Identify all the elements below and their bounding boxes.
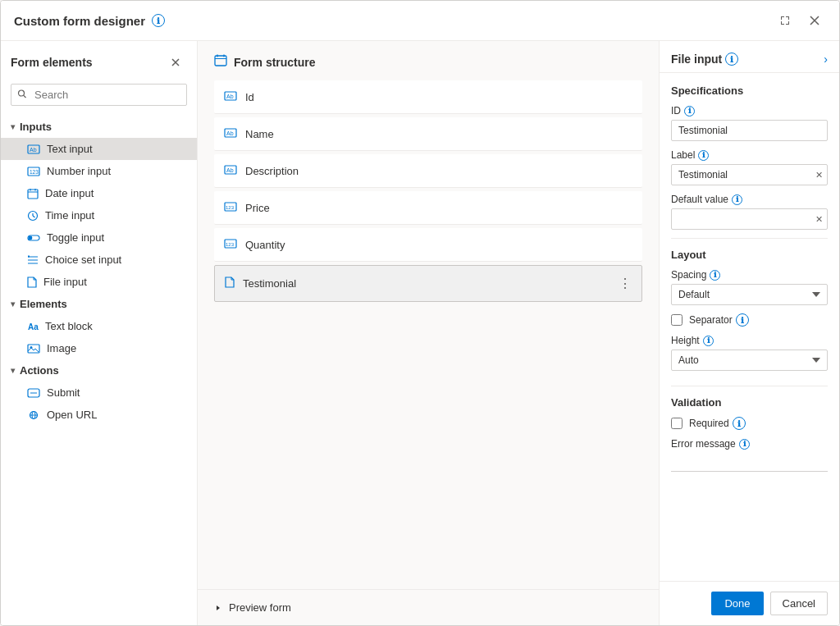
title-info-icon[interactable]: ℹ (152, 14, 165, 27)
svg-line-12 (33, 216, 35, 217)
expand-button[interactable] (774, 9, 797, 32)
actions-section-header[interactable]: ▾ Actions (1, 359, 197, 382)
cancel-button[interactable]: Cancel (770, 592, 828, 615)
text-input-label: Text input (47, 143, 93, 155)
inputs-section-header[interactable]: ▾ Inputs (1, 116, 197, 138)
svg-rect-27 (215, 56, 226, 66)
specs-body: Specifications ID ℹ Label ℹ ✕ Default va… (660, 73, 839, 581)
error-message-info-icon[interactable]: ℹ (739, 439, 750, 450)
form-field-id[interactable]: Ab Id (214, 80, 642, 114)
field-description-name: Description (245, 165, 632, 177)
separator-info-icon[interactable]: ℹ (736, 313, 749, 327)
required-checkbox[interactable] (671, 418, 682, 429)
actions-section-label: Actions (20, 364, 59, 377)
spacing-select[interactable]: Default None Small Medium Large Extra La… (671, 284, 828, 305)
error-message-label: Error message ℹ (671, 438, 828, 450)
right-panel-header: File input ℹ › (660, 41, 839, 73)
file-input-info-icon[interactable]: ℹ (725, 53, 738, 66)
time-input-label: Time input (45, 209, 94, 222)
right-panel-footer: Done Cancel (660, 581, 839, 625)
preview-form-label: Preview form (229, 601, 291, 614)
form-field-quantity[interactable]: 123 Quantity (214, 228, 642, 262)
id-info-icon[interactable]: ℹ (684, 106, 695, 117)
label-clear-icon[interactable]: ✕ (815, 170, 823, 180)
required-row: Required ℹ (671, 417, 828, 430)
text-block-icon: Aa (27, 322, 39, 331)
svg-rect-14 (29, 235, 33, 240)
sidebar-item-submit[interactable]: Submit (1, 382, 197, 404)
actions-chevron-icon: ▾ (11, 366, 15, 375)
open-url-label: Open URL (47, 409, 97, 421)
search-input[interactable] (11, 84, 187, 106)
elements-section-header[interactable]: ▾ Elements (1, 293, 197, 315)
right-panel-nav-icon[interactable]: › (824, 53, 828, 66)
id-field-label: ID ℹ (671, 105, 828, 117)
sidebar-item-image[interactable]: Image (1, 337, 197, 359)
label-info-icon[interactable]: ℹ (698, 150, 709, 161)
default-value-clear-icon[interactable]: ✕ (815, 214, 823, 225)
validation-title: Validation (671, 396, 828, 409)
form-field-description[interactable]: Ab Description (214, 154, 642, 188)
sidebar-item-text-input[interactable]: Ab Text input (1, 138, 197, 160)
error-message-input[interactable] (671, 453, 828, 472)
image-label: Image (47, 342, 76, 354)
default-value-input[interactable] (671, 208, 828, 230)
file-input-label: File input (43, 276, 87, 288)
separator-checkbox[interactable] (671, 314, 682, 326)
time-input-icon (27, 210, 39, 222)
default-value-info-icon[interactable]: ℹ (732, 194, 742, 205)
inputs-section-label: Inputs (20, 121, 52, 133)
form-field-name[interactable]: Ab Name (214, 117, 642, 151)
field-quantity-name: Quantity (245, 239, 632, 251)
choice-set-input-icon (27, 255, 39, 265)
form-field-price[interactable]: 123 Price (214, 191, 642, 225)
svg-text:Ab: Ab (226, 94, 234, 99)
elements-section-label: Elements (20, 298, 67, 310)
sidebar-title: Form elements (11, 56, 93, 69)
height-select[interactable]: Auto Stretch (671, 350, 828, 371)
elements-chevron-icon: ▾ (11, 299, 15, 308)
right-panel: File input ℹ › Specifications ID ℹ Label… (659, 41, 839, 625)
search-box (11, 84, 187, 106)
spacing-info-icon[interactable]: ℹ (710, 270, 720, 281)
sidebar-item-choice-set-input[interactable]: Choice set input (1, 249, 197, 271)
field-testimonial-menu-icon[interactable]: ⋮ (619, 276, 632, 291)
search-icon (17, 89, 27, 101)
label-field-input[interactable] (671, 164, 828, 185)
label-field-label: Label ℹ (671, 149, 828, 161)
close-button[interactable] (803, 9, 826, 32)
spacing-field-label: Spacing ℹ (671, 269, 828, 281)
svg-text:123: 123 (226, 242, 235, 247)
default-value-label: Default value ℹ (671, 194, 828, 205)
open-url-icon (27, 410, 40, 420)
sidebar-item-toggle-input[interactable]: Toggle input (1, 226, 197, 249)
text-input-icon: Ab (27, 144, 40, 154)
required-info-icon[interactable]: ℹ (733, 417, 746, 430)
right-panel-title-text: File input (671, 53, 722, 66)
svg-rect-6 (28, 190, 38, 199)
sidebar-item-open-url[interactable]: Open URL (1, 404, 197, 426)
sidebar-item-time-input[interactable]: Time input (1, 204, 197, 226)
height-info-icon[interactable]: ℹ (703, 336, 714, 346)
preview-form-toggle[interactable]: Preview form (214, 601, 642, 614)
field-price-icon: 123 (224, 201, 237, 214)
sidebar-item-text-block[interactable]: Aa Text block (1, 315, 197, 337)
done-button[interactable]: Done (711, 592, 763, 615)
sidebar-item-file-input[interactable]: File input (1, 271, 197, 293)
form-field-testimonial[interactable]: Testimonial ⋮ (214, 265, 642, 302)
text-block-label: Text block (45, 320, 93, 332)
svg-text:123: 123 (30, 169, 39, 175)
field-quantity-icon: 123 (224, 238, 237, 251)
file-input-icon (27, 276, 37, 288)
sidebar-item-number-input[interactable]: 123 Number input (1, 160, 197, 182)
app-title: Custom form designer (14, 14, 145, 28)
field-name-icon: Ab (224, 127, 237, 140)
height-field-label: Height ℹ (671, 335, 828, 346)
id-field-input[interactable] (671, 120, 828, 141)
field-testimonial-name: Testimonial (243, 277, 619, 290)
sidebar-close-button[interactable] (164, 51, 187, 74)
svg-rect-18 (28, 255, 30, 257)
toggle-input-icon (27, 233, 40, 243)
svg-point-0 (19, 90, 25, 96)
sidebar-item-date-input[interactable]: Date input (1, 182, 197, 204)
